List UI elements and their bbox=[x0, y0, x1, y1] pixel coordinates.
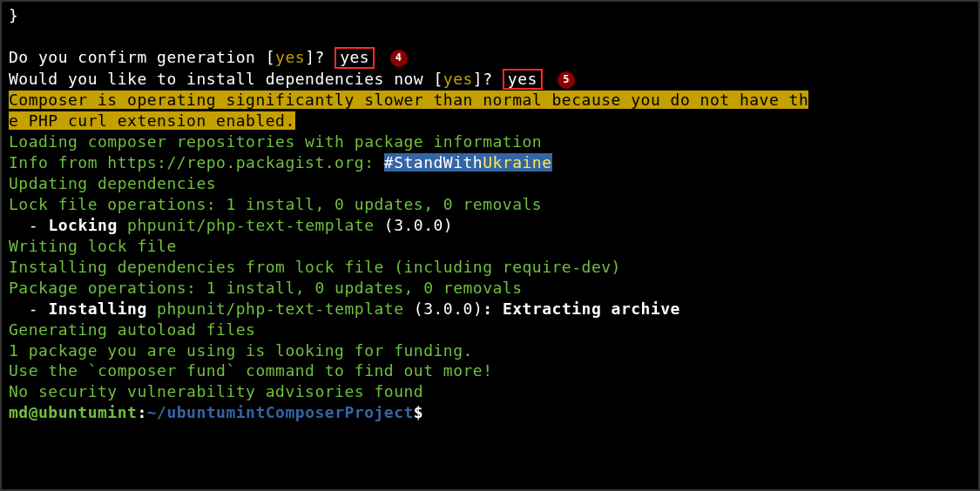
terminal-window[interactable]: } Do you confirm generation [yes]? yes 4… bbox=[0, 0, 980, 491]
lock-file-ops: Lock file operations: 1 install, 0 updat… bbox=[9, 195, 542, 213]
prompt-user-host: md@ubuntumint bbox=[9, 403, 137, 421]
shell-prompt[interactable]: md@ubuntumint:~/ubuntumintComposerProjec… bbox=[9, 403, 423, 421]
installing-deps: Installing dependencies from lock file (… bbox=[9, 258, 621, 276]
install-deps-prompt: Would you like to install dependencies n… bbox=[9, 70, 503, 88]
confirm-input-value: yes bbox=[340, 48, 369, 66]
install-input-value: yes bbox=[508, 70, 537, 88]
funding-line1: 1 package you are using is looking for f… bbox=[9, 341, 473, 360]
install-input-highlight: yes bbox=[503, 69, 543, 91]
updating-deps: Updating dependencies bbox=[9, 174, 216, 192]
ukraine: Ukraine bbox=[483, 153, 551, 172]
funding-line2: Use the `composer fund` command to find … bbox=[9, 361, 493, 380]
step-badge-4: 4 bbox=[390, 50, 408, 67]
closing-brace: } bbox=[9, 6, 18, 24]
locking-line: - Locking phpunit/php-text-template (3.0… bbox=[9, 216, 453, 234]
loading-repos: Loading composer repositories with packa… bbox=[9, 132, 542, 151]
stand-with: #StandWith bbox=[384, 153, 483, 172]
writing-lock: Writing lock file bbox=[9, 237, 177, 255]
autoload-gen: Generating autoload files bbox=[9, 320, 255, 339]
packagist-info: Info from https://repo.packagist.org: #S… bbox=[9, 153, 552, 172]
package-ops: Package operations: 1 install, 0 updates… bbox=[9, 279, 523, 297]
no-security: No security vulnerability advisories fou… bbox=[9, 382, 423, 400]
confirm-input-highlight: yes bbox=[335, 47, 375, 69]
composer-warning-line1: Composer is operating significantly slow… bbox=[9, 91, 808, 109]
confirm-generation-prompt: Do you confirm generation [yes]? bbox=[9, 48, 335, 66]
composer-warning-line2: e PHP curl extension enabled. bbox=[9, 111, 295, 130]
installing-line: - Installing phpunit/php-text-template (… bbox=[9, 299, 680, 318]
prompt-path: ~/ubuntumintComposerProject bbox=[147, 403, 414, 421]
step-badge-5: 5 bbox=[558, 71, 575, 89]
